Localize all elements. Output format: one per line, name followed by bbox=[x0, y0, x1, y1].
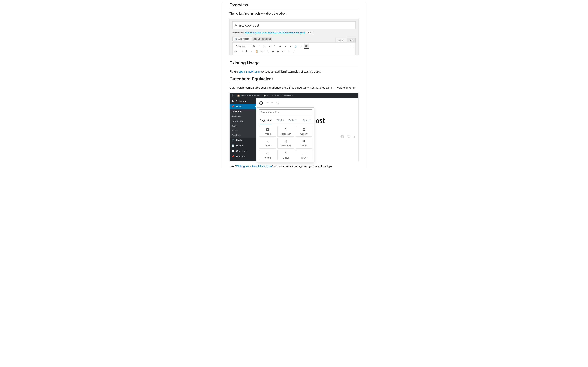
clear-formatting-icon[interactable]: ◇ bbox=[260, 49, 265, 54]
block-inserter-button[interactable]: + bbox=[259, 101, 263, 105]
submenu-categories[interactable]: Categories bbox=[230, 119, 256, 123]
tab-visual[interactable]: Visual bbox=[336, 38, 346, 42]
bold-icon[interactable]: B bbox=[251, 44, 256, 49]
comment-icon: 💬 bbox=[263, 94, 266, 97]
undo-icon[interactable]: ↶ bbox=[266, 101, 268, 104]
text-color-dropdown-icon[interactable]: ▼ bbox=[249, 49, 254, 54]
home-icon: 🏠 bbox=[237, 94, 240, 97]
blocks-grid: 🖼Image ¶Paragraph 🖼Gallery ♪Audio [/]Sho… bbox=[257, 125, 314, 162]
placeholder-image-icon: 🖼 bbox=[341, 135, 344, 139]
text-color-icon[interactable]: A bbox=[244, 49, 249, 54]
block-paragraph[interactable]: ¶Paragraph bbox=[277, 126, 294, 137]
tinymce-toolbar: Paragraph ▼ B I ☰ ≡ ❝ ≡ ≡ ≡ 🔗 ☱ ▦ ⛶ ABC … bbox=[232, 42, 356, 55]
block-twitter[interactable]: ▭Twitter bbox=[295, 150, 312, 160]
first-block-type-link[interactable]: Writing Your First Block Type bbox=[236, 165, 272, 168]
site-home-link[interactable]: 🏠 wordpress-develop bbox=[237, 94, 260, 97]
block-search-input[interactable] bbox=[259, 109, 312, 115]
submenu-all-posts[interactable]: All Posts bbox=[230, 109, 256, 114]
align-center-icon[interactable]: ≡ bbox=[283, 44, 288, 49]
tab-embeds[interactable]: Embeds bbox=[289, 117, 297, 124]
existing-prefix: Please bbox=[229, 70, 239, 73]
gutenberg-heading: Gutenberg Equivalent bbox=[229, 76, 359, 83]
posts-submenu: All Posts Add New Categories Tags Topics… bbox=[230, 109, 256, 138]
sidebar-item-media[interactable]: 🎵 Media bbox=[230, 138, 256, 143]
bullet-list-icon[interactable]: ☰ bbox=[262, 44, 267, 49]
sidebar-item-pages[interactable]: 📄 Pages bbox=[230, 143, 256, 148]
fullscreen-icon[interactable]: ⛶ bbox=[349, 44, 354, 49]
dashboard-label: Dashboard bbox=[235, 100, 247, 102]
posts-label: Posts bbox=[236, 105, 242, 108]
redo-icon[interactable]: ↷ bbox=[271, 101, 273, 104]
align-right-icon[interactable]: ≡ bbox=[288, 44, 293, 49]
sidebar-item-posts[interactable]: 📌 Posts bbox=[230, 104, 256, 109]
comments-count: 0 bbox=[267, 94, 268, 97]
pilcrow-icon: ¶ bbox=[285, 128, 287, 131]
read-more-icon[interactable]: ☱ bbox=[299, 44, 304, 49]
link-icon[interactable]: 🔗 bbox=[294, 44, 298, 49]
help-icon[interactable]: ? bbox=[291, 49, 296, 54]
submenu-sections[interactable]: Sections bbox=[230, 133, 256, 138]
edit-permalink-button[interactable]: Edit bbox=[306, 31, 313, 34]
hook-name-tag: media_buttons bbox=[252, 37, 272, 41]
heading-icon: H bbox=[303, 140, 305, 143]
block-image[interactable]: 🖼Image bbox=[259, 126, 276, 137]
block-shortcode[interactable]: [/]Shortcode bbox=[277, 138, 294, 149]
add-media-button[interactable]: 🎵 Add Media bbox=[232, 37, 251, 41]
special-char-icon[interactable]: Ω bbox=[265, 49, 270, 54]
info-icon[interactable]: ⓘ bbox=[277, 101, 279, 105]
outdent-icon[interactable]: ⇤ bbox=[270, 49, 275, 54]
blockquote-icon[interactable]: ❝ bbox=[272, 44, 277, 49]
italic-icon[interactable]: I bbox=[257, 44, 262, 49]
permalink-row: Permalink: http://wordpress-develop.test… bbox=[232, 31, 356, 34]
inserter-tabs: Suggested Blocks Embeds Shared bbox=[257, 117, 314, 125]
block-gallery[interactable]: 🖼Gallery bbox=[295, 126, 312, 137]
numbered-list-icon[interactable]: ≡ bbox=[267, 44, 272, 49]
wp-logo-icon[interactable]: ⓦ bbox=[232, 94, 234, 97]
strikethrough-icon[interactable]: ABC bbox=[234, 49, 239, 54]
tab-text[interactable]: Text bbox=[347, 38, 356, 42]
toolbar-toggle-icon[interactable]: ▦ bbox=[304, 44, 309, 49]
horizontal-rule-icon[interactable]: — bbox=[239, 49, 244, 54]
open-issue-link[interactable]: open a new issue bbox=[239, 70, 260, 73]
sidebar-item-dashboard[interactable]: ◐ Dashboard bbox=[230, 98, 256, 104]
vimeo-icon: ▭ bbox=[266, 151, 269, 155]
block-quote[interactable]: ❝Quote bbox=[277, 150, 294, 160]
align-left-icon[interactable]: ≡ bbox=[278, 44, 283, 49]
block-audio[interactable]: ♪Audio bbox=[259, 138, 276, 149]
submenu-add-new[interactable]: Add New bbox=[230, 114, 256, 119]
block-heading-label: Heading bbox=[300, 144, 308, 147]
sidebar-item-products[interactable]: 📌 Products bbox=[230, 154, 256, 159]
sidebar-item-comments[interactable]: 💬 Comments bbox=[230, 148, 256, 154]
classic-editor-screenshot: Permalink: http://wordpress-develop.test… bbox=[229, 18, 359, 55]
block-gallery-label: Gallery bbox=[300, 133, 307, 135]
media-label: Media bbox=[236, 139, 242, 142]
existing-usage-heading: Existing Usage bbox=[229, 60, 359, 67]
new-content-link[interactable]: ＋ New bbox=[272, 94, 279, 97]
block-heading[interactable]: HHeading bbox=[295, 138, 312, 149]
submenu-topics[interactable]: Topics bbox=[230, 128, 256, 133]
format-select-label: Paragraph bbox=[235, 45, 246, 48]
footnote-text: See "Writing Your First Block Type" for … bbox=[229, 164, 359, 168]
canvas-post-title-fragment: ost bbox=[316, 116, 325, 125]
comments-icon: 💬 bbox=[232, 150, 234, 152]
format-select[interactable]: Paragraph ▼ bbox=[234, 44, 251, 48]
shortcode-icon: [/] bbox=[284, 140, 287, 143]
tab-shared[interactable]: Shared bbox=[303, 117, 311, 124]
post-title-input[interactable] bbox=[232, 22, 356, 29]
redo-icon[interactable]: ↷ bbox=[286, 49, 291, 54]
comments-link[interactable]: 💬 0 bbox=[263, 94, 268, 97]
view-post-link[interactable]: View Post bbox=[283, 94, 293, 97]
products-label: Products bbox=[236, 155, 245, 158]
submenu-tags[interactable]: Tags bbox=[230, 123, 256, 128]
comments-label: Comments bbox=[236, 150, 247, 152]
existing-usage-text: Please open a new issue to suggest addit… bbox=[229, 70, 359, 74]
undo-icon[interactable]: ↶ bbox=[281, 49, 286, 54]
permalink-url[interactable]: http://wordpress-develop.test/2018/04/24… bbox=[245, 31, 305, 34]
indent-icon[interactable]: ⇥ bbox=[276, 49, 281, 54]
editor-mode-tabs: Visual Text bbox=[336, 38, 356, 42]
tab-blocks[interactable]: Blocks bbox=[277, 117, 284, 124]
tab-suggested[interactable]: Suggested bbox=[260, 117, 272, 124]
paste-text-icon[interactable]: 📋 bbox=[255, 49, 259, 54]
block-quote-label: Quote bbox=[283, 156, 289, 159]
block-vimeo[interactable]: ▭Vimeo bbox=[259, 150, 276, 160]
